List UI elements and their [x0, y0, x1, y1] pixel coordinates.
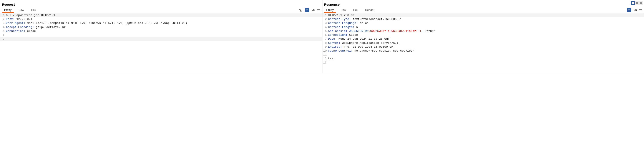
code-line[interactable]: 12test	[322, 57, 644, 61]
code-line[interactable]: 10Cache-Control: no-cache="set-cookie, s…	[322, 49, 644, 53]
line-number: 4	[0, 25, 6, 29]
newline-toggle-icon[interactable]	[305, 8, 309, 12]
visibility-off-icon[interactable]	[298, 8, 303, 12]
request-tabs: Pretty Raw Hex \n	[0, 7, 322, 13]
code-line[interactable]: 6Connection: Close	[322, 33, 644, 37]
line-content: test	[328, 57, 644, 61]
request-panel: Request Pretty Raw Hex \n 1GET /uapws/te…	[0, 0, 322, 73]
line-content: Connection: Close	[328, 33, 644, 37]
tab-hex[interactable]: Hex	[351, 7, 360, 13]
tab-pretty[interactable]: Pretty	[2, 7, 14, 13]
line-number: 7	[0, 37, 6, 41]
line-number: 5	[322, 29, 328, 33]
tab-render[interactable]: Render	[363, 7, 377, 13]
response-panel: Response Pretty Raw Hex Render \n 1HTTP/…	[322, 0, 644, 73]
menu-icon[interactable]	[639, 9, 642, 11]
line-content: Cache-Control: no-cache="set-cookie, set…	[328, 49, 644, 53]
code-line[interactable]: 4Accept-Encoding: gzip, deflate, br	[0, 25, 322, 29]
response-tabs: Pretty Raw Hex Render \n	[322, 7, 644, 13]
line-number: 13	[322, 61, 328, 65]
line-content: Content-Length: 6	[328, 25, 644, 29]
code-line[interactable]: 1GET /uapws/test.jsp HTTP/1.1	[0, 13, 322, 17]
line-content: Connection: close	[6, 29, 322, 33]
code-line[interactable]: 2Content-Type: text/html;charset=ISO-885…	[322, 17, 644, 21]
line-content: Expires: Thu, 01 Dec 1994 16:00:00 GMT	[328, 45, 644, 49]
code-line[interactable]: 2Host: 127.0.0.1	[0, 17, 322, 21]
line-number: 2	[322, 17, 328, 21]
code-line[interactable]: 8Server: WebSphere Application Server/6.…	[322, 41, 644, 45]
line-number: 11	[322, 53, 328, 57]
code-line[interactable]: 5Set-Cookie: JSESSIONID=0000MSw8Wt-q-9C3…	[322, 29, 644, 33]
request-title: Request	[2, 2, 320, 6]
response-editor[interactable]: 1HTTP/1.1 200 OK2Content-Type: text/html…	[322, 13, 644, 73]
line-content	[328, 53, 644, 57]
wrap-label[interactable]: \n	[633, 8, 637, 12]
line-number: 1	[0, 13, 6, 17]
response-header: Response	[322, 0, 644, 7]
code-line[interactable]: 3User-Agent: Mozilla/4.0 (compatible; MS…	[0, 21, 322, 25]
line-number: 6	[322, 33, 328, 37]
line-number: 2	[0, 17, 6, 21]
line-content: HTTP/1.1 200 OK	[328, 13, 644, 17]
code-line[interactable]: 6	[0, 33, 322, 37]
code-line[interactable]: 13	[322, 61, 644, 65]
tab-pretty[interactable]: Pretty	[324, 7, 336, 13]
code-line[interactable]: 5Connection: close	[0, 29, 322, 33]
line-number: 4	[322, 25, 328, 29]
line-content: Accept-Encoding: gzip, deflate, br	[6, 25, 322, 29]
line-number: 7	[322, 37, 328, 41]
code-line[interactable]: 11	[322, 53, 644, 57]
code-line[interactable]: 9Expires: Thu, 01 Dec 1994 16:00:00 GMT	[322, 45, 644, 49]
request-editor[interactable]: 1GET /uapws/test.jsp HTTP/1.12Host: 127.…	[0, 13, 322, 73]
line-number: 3	[322, 21, 328, 25]
line-content: Host: 127.0.0.1	[6, 17, 322, 21]
line-number: 5	[0, 29, 6, 33]
line-content: Content-Language: zh-CN	[328, 21, 644, 25]
code-line[interactable]: 1HTTP/1.1 200 OK	[322, 13, 644, 17]
wrap-label[interactable]: \n	[311, 8, 315, 12]
tab-raw[interactable]: Raw	[16, 7, 26, 13]
line-number: 6	[0, 33, 6, 37]
line-content: Date: Mon, 24 Jun 2024 21:38:26 GMT	[328, 37, 644, 41]
split-container: Request Pretty Raw Hex \n 1GET /uapws/te…	[0, 0, 644, 73]
line-content: Server: WebSphere Application Server/6.1	[328, 41, 644, 45]
code-line[interactable]: 4Content-Length: 6	[322, 25, 644, 29]
line-number: 12	[322, 57, 328, 61]
line-number: 10	[322, 49, 328, 53]
line-content	[6, 37, 322, 41]
request-header: Request	[0, 0, 322, 7]
code-line[interactable]: 7Date: Mon, 24 Jun 2024 21:38:26 GMT	[322, 37, 644, 41]
menu-icon[interactable]	[317, 9, 320, 11]
code-line[interactable]: 7	[0, 37, 322, 41]
line-content	[6, 33, 322, 37]
line-number: 1	[322, 13, 328, 17]
line-content: User-Agent: Mozilla/4.0 (compatible; MSI…	[6, 21, 322, 25]
tab-raw[interactable]: Raw	[338, 7, 348, 13]
response-title: Response	[324, 2, 642, 6]
line-number: 8	[322, 41, 328, 45]
request-toolbar: \n	[298, 8, 320, 12]
line-content: Content-Type: text/html;charset=ISO-8859…	[328, 17, 644, 21]
line-number: 9	[322, 45, 328, 49]
newline-toggle-icon[interactable]	[627, 8, 631, 12]
line-number: 3	[0, 21, 6, 25]
line-content: Set-Cookie: JSESSIONID=0000MSw8Wt-q-9C3B…	[328, 29, 644, 33]
tab-hex[interactable]: Hex	[29, 7, 38, 13]
code-line[interactable]: 3Content-Language: zh-CN	[322, 21, 644, 25]
response-toolbar: \n	[627, 8, 642, 12]
line-content	[328, 61, 644, 65]
line-content: GET /uapws/test.jsp HTTP/1.1	[6, 13, 322, 17]
